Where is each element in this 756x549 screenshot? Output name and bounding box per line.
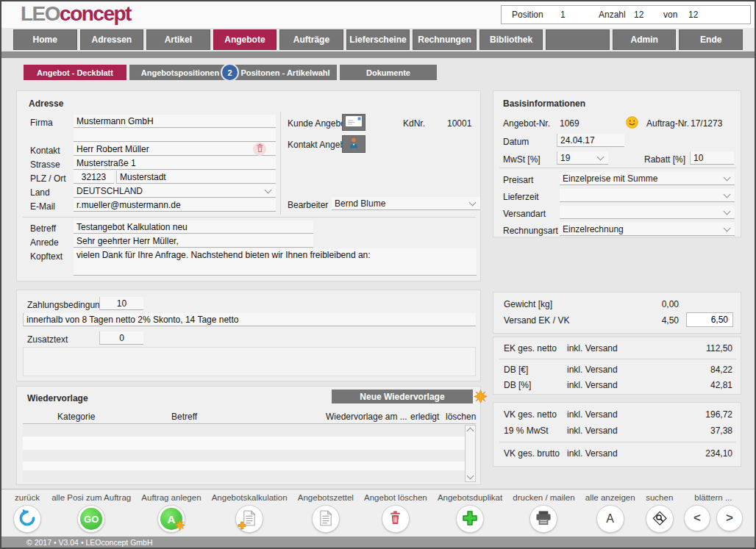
tab-angebotspositionen[interactable]: Angebotspositionen [129,65,231,80]
nav-ende[interactable]: Ende [679,29,743,50]
nav-empty[interactable] [546,29,610,50]
toolbar-angebotsduplikat[interactable]: Angebotsduplikat [438,493,502,533]
db-pct-label: DB [%] [504,380,531,390]
toolbar-auftrag-anlegen[interactable]: Auftrag anlegen A [141,493,201,533]
footer-bar: © 2017 • V3.04 • LEOconcept GmbH [1,537,755,548]
main-nav: Home Adressen Artikel Angebote Aufträge … [13,29,743,50]
toolbar-angebotskalkulation[interactable]: Angebotskalkulation [212,493,288,533]
betreff-input[interactable] [74,220,313,234]
toolbar-zurueck[interactable]: zurück [13,493,41,533]
vk-netto-sub: inkl. Versand [567,409,618,420]
nav-artikel[interactable]: Artikel [146,29,210,50]
rechnungsart-value: Einzelrechnung [563,224,624,234]
zusatztext-input[interactable] [99,331,143,345]
nav-lieferscheine[interactable]: Lieferscheine [346,29,410,50]
zahlungsbedingung-text-input[interactable] [23,313,476,326]
firma2-input[interactable] [74,129,276,142]
zusatztext-label: Zusatztext [27,334,68,345]
kontakt-angebot-button[interactable] [342,135,365,153]
scroll-down-icon[interactable] [467,473,474,480]
delete-contact-button[interactable] [253,143,266,156]
firma-input[interactable] [74,115,276,128]
kopftext-textarea[interactable]: vielen Dank für Ihre Anfrage. Nachstehen… [74,248,477,276]
land-select[interactable]: DEUTSCHLAND [74,184,276,198]
position-label: Position [512,10,543,20]
kunde-angebot-button[interactable] [342,114,365,131]
chevron-down-icon [469,199,477,207]
positions-count-badge: 2 [221,63,239,82]
toolbar-angebotszettel[interactable]: Angebotszettel [298,493,354,533]
chevron-down-icon [724,191,731,198]
versandart-select[interactable] [560,206,735,219]
panel-title: Wiedervorlage [27,393,88,403]
toolbar-alle-anzeigen[interactable]: alle anzeigen A [585,493,635,533]
printer-icon [535,511,552,528]
nav-admin[interactable]: Admin [613,29,677,50]
db-eur-value: 84,22 [663,365,732,375]
plz-input[interactable] [74,171,114,184]
nav-bibliothek[interactable]: Bibliothek [479,29,543,50]
tab-label: Angebotspositionen [141,68,219,77]
bearbeiter-value: Bernd Blume [335,198,385,209]
datum-input[interactable] [557,134,624,147]
ort-input[interactable] [116,171,276,184]
bearbeiter-label: Bearbeiter [288,200,328,210]
ek-db-panel: EK ges. netto inkl. Versand 112,50 DB [€… [493,337,741,395]
chevron-right-icon: > [726,511,733,525]
nav-admin-label: Admin [631,35,658,45]
app-logo: LEOconcept [21,2,131,26]
toolbar-angebot-loeschen[interactable]: Angebot löschen [364,493,427,533]
nav-auftraege[interactable]: Aufträge [279,29,343,50]
starburst-icon [174,520,185,533]
toolbar-suchen[interactable]: suchen [646,493,674,533]
neue-wiedervorlage-button[interactable]: Neue Wiedervorlage [332,390,473,403]
tab-angebot-deckblatt[interactable]: Angebot - Deckblatt [24,65,126,80]
chevron-down-icon [597,154,605,161]
nav-adressen-label: Adressen [91,35,132,45]
mwst-select[interactable]: 19 [557,151,608,165]
nav-angebote[interactable]: Angebote [213,29,277,50]
divider [23,423,476,424]
next-record-button[interactable]: > [716,505,743,531]
logo-part2: concept [60,2,131,25]
rechnungsart-select[interactable]: Einzelrechnung [560,223,735,236]
nav-adressen[interactable]: Adressen [80,29,144,50]
preisart-select[interactable]: Einzelpreise mit Summe [560,172,735,185]
versand-ek-value: 4,50 [611,315,679,326]
versand-vk-input[interactable] [686,312,733,327]
preisart-label: Preisart [503,175,533,185]
toolbar-drucken-mailen[interactable]: drucken / mailen [513,493,574,533]
list-row [23,462,466,470]
tab-dokumente[interactable]: Dokumente [340,65,437,80]
zusatztext-textarea[interactable] [23,347,476,376]
prev-record-button[interactable]: < [684,505,710,531]
lieferzeit-select[interactable] [560,189,735,202]
trash-icon [256,143,264,155]
smiley-icon[interactable] [626,116,638,131]
anrede-input[interactable] [74,234,313,248]
land-value: DEUTSCHLAND [76,186,143,196]
strasse-label: Strasse [30,159,60,170]
nav-rechnungen[interactable]: Rechnungen [413,29,477,50]
list-row [23,450,466,462]
scrollbar[interactable] [465,425,476,482]
adresse-panel: Adresse Firma Kontakt Strasse PLZ / Ort … [16,90,481,281]
list-row [23,437,466,450]
bearbeiter-select[interactable]: Bernd Blume [332,197,480,210]
tab-positionen-artikelwahl[interactable]: Positonen - Artikelwahl [234,65,337,80]
chevron-down-icon [724,225,731,232]
toolbar-alle-posi[interactable]: alle Posi zum Auftrag GO [51,493,131,533]
letter-a-icon: A [606,512,614,525]
nav-home-label: Home [33,35,57,45]
col-betreff: Betreff [171,412,197,422]
email-input[interactable] [74,198,276,212]
person-icon [349,137,359,151]
mwst-row-label: 19 % MwSt [504,426,549,436]
nav-home[interactable]: Home [13,29,77,50]
chevron-down-icon [724,174,731,182]
scroll-up-icon[interactable] [467,428,474,435]
strasse-input[interactable] [74,157,276,170]
kontakt-input[interactable] [74,143,276,156]
rabatt-input[interactable] [690,151,734,165]
zahlungsbedingung-input[interactable] [99,297,143,310]
